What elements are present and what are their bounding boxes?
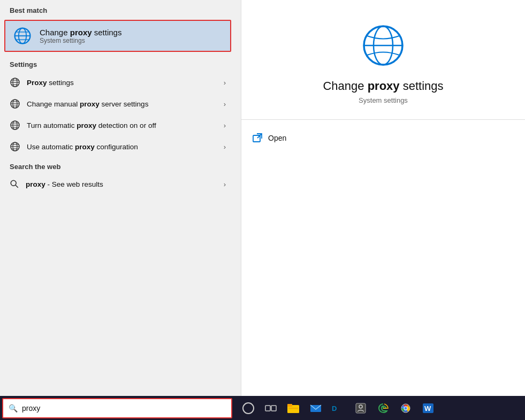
best-match-subtitle: System settings (40, 37, 121, 44)
cortana-button[interactable] (238, 398, 259, 419)
globe-icon-sm-2 (10, 98, 20, 109)
settings-item-manual-proxy-label: Change manual proxy server settings (27, 100, 217, 108)
edge-icon (377, 402, 389, 414)
right-panel: Change proxy settings System settings Op… (241, 0, 525, 396)
svg-line-31 (257, 134, 262, 138)
edge-button[interactable] (372, 398, 394, 419)
taskview-icon (265, 403, 277, 413)
taskbar: 🔍 (0, 396, 525, 420)
right-panel-divider (241, 119, 525, 120)
globe-icon-sm-4 (10, 141, 20, 152)
cortana-icon (242, 402, 254, 414)
dell-button[interactable]: D (328, 398, 349, 419)
svg-rect-32 (265, 406, 270, 411)
left-panel: Best match Change proxy settings System … (0, 0, 235, 396)
globe-icon-sm-1 (10, 77, 20, 88)
settings-label: Settings (10, 60, 37, 68)
best-match-label: Best match (10, 6, 47, 14)
chrome-button[interactable] (395, 398, 416, 419)
best-match-header: Best match (0, 0, 235, 18)
svg-text:D: D (332, 404, 337, 413)
settings-item-auto-proxy-label: Turn automatic proxy detection on or off (27, 121, 217, 129)
word-icon: W (422, 402, 434, 414)
word-button[interactable]: W (417, 398, 439, 419)
web-result-label: proxy - See web results (26, 180, 217, 188)
svg-rect-33 (271, 406, 276, 411)
settings-item-manual-proxy[interactable]: Change manual proxy server settings › (0, 93, 235, 114)
taskbar-search-icon: 🔍 (9, 404, 18, 413)
svg-point-43 (405, 407, 407, 409)
file-explorer-button[interactable] (283, 398, 304, 419)
settings-item-auto-config-label: Use automatic proxy configuration (27, 143, 217, 151)
open-button[interactable]: Open (241, 131, 525, 146)
linked-settings-icon (355, 402, 367, 414)
svg-line-26 (16, 185, 18, 187)
chevron-icon-3: › (224, 121, 226, 129)
globe-icon-large (13, 26, 32, 45)
chevron-icon-1: › (224, 79, 226, 87)
web-result-item[interactable]: proxy - See web results › (0, 174, 235, 194)
taskbar-icons: D (238, 398, 439, 419)
best-match-title: Change proxy settings (40, 28, 121, 37)
svg-text:W: W (424, 404, 431, 413)
globe-icon-sm-3 (10, 120, 20, 131)
right-panel-subtitle: System settings (359, 96, 408, 104)
linked-settings-button[interactable] (350, 398, 371, 419)
svg-point-25 (11, 180, 16, 186)
search-web-header: Search the web (0, 157, 235, 174)
best-match-item[interactable]: Change proxy settings System settings (4, 20, 231, 52)
taskbar-search-box[interactable]: 🔍 (2, 398, 232, 418)
settings-header: Settings (0, 54, 235, 72)
chevron-icon-web: › (224, 180, 226, 188)
chevron-icon-2: › (224, 100, 226, 108)
taskview-button[interactable] (260, 398, 281, 419)
search-icon-web (10, 179, 19, 189)
search-web-label: Search the web (10, 163, 60, 171)
open-label: Open (268, 134, 286, 142)
settings-item-proxy-label: Proxy settings (27, 79, 217, 87)
svg-rect-35 (287, 404, 292, 407)
chevron-icon-4: › (224, 143, 226, 151)
open-icon (252, 133, 263, 143)
svg-rect-36 (288, 408, 298, 409)
taskbar-search-input[interactable] (22, 404, 226, 413)
chrome-icon (400, 402, 412, 414)
settings-item-auto-config[interactable]: Use automatic proxy configuration › (0, 136, 235, 157)
best-match-text-block: Change proxy settings System settings (40, 28, 121, 44)
settings-list: Proxy settings › Change manual proxy ser… (0, 72, 235, 157)
file-explorer-icon (287, 402, 300, 414)
mail-icon (310, 403, 322, 413)
settings-item-proxy[interactable]: Proxy settings › (0, 72, 235, 93)
settings-item-auto-proxy[interactable]: Turn automatic proxy detection on or off… (0, 114, 235, 136)
big-globe-icon (359, 21, 407, 70)
mail-button[interactable] (305, 398, 326, 419)
right-panel-title: Change proxy settings (323, 79, 443, 93)
dell-icon: D (332, 403, 345, 413)
